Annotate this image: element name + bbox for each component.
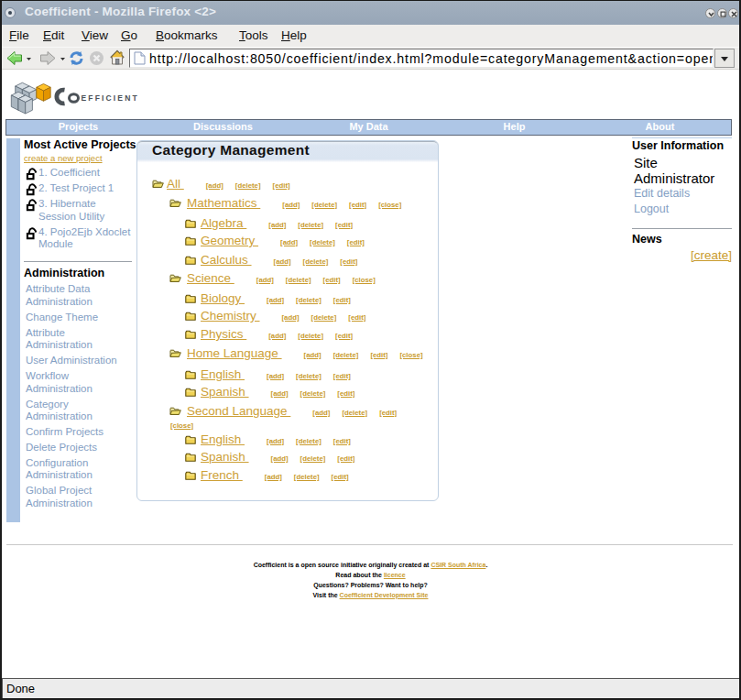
svg-text:EFFICIENT: EFFICIENT <box>82 93 139 103</box>
